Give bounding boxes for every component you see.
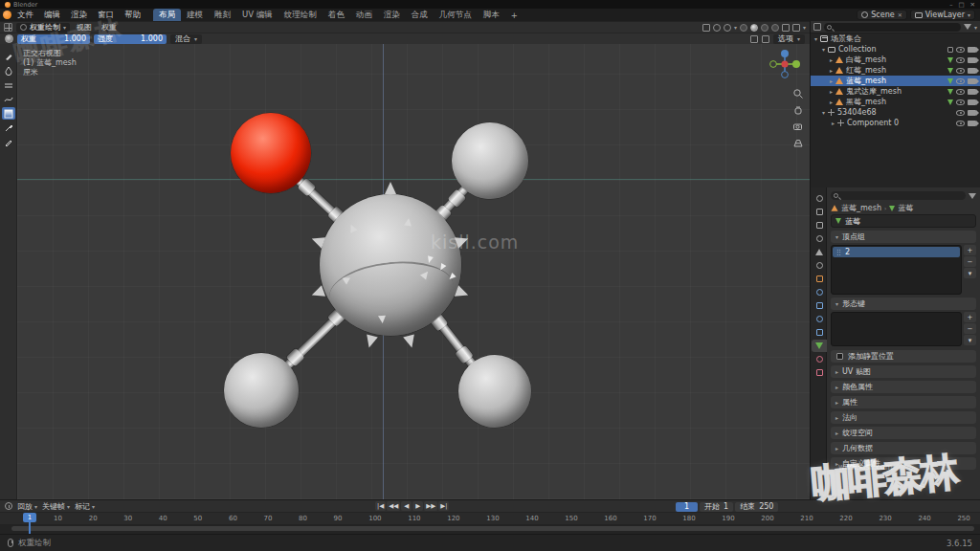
gray-sphere-lower-left[interactable]	[224, 353, 299, 428]
hide-eye-icon[interactable]	[956, 110, 965, 116]
snapping-magnet-icon[interactable]	[713, 24, 721, 32]
menu-window[interactable]: 窗口	[93, 10, 119, 21]
playback-menu[interactable]: 回放 ▾	[17, 501, 37, 512]
red-sphere-mesh[interactable]	[231, 113, 311, 193]
smear-tool-button[interactable]	[2, 93, 15, 105]
outliner-row-hongmei[interactable]: ▸ 红莓_mesh	[811, 65, 980, 76]
keying-menu[interactable]: 关键帧 ▾	[42, 501, 70, 512]
filter-icon[interactable]	[964, 24, 971, 30]
shading-solid-icon[interactable]	[750, 24, 758, 32]
render-tab-icon[interactable]	[812, 206, 827, 218]
shading-material-icon[interactable]	[761, 24, 768, 32]
shading-rendered-icon[interactable]	[771, 24, 779, 32]
tab-layout[interactable]: 布局	[153, 9, 181, 21]
vertex-groups-header[interactable]: ▾ 顶点组	[831, 231, 976, 243]
tool-tab-icon[interactable]	[812, 192, 827, 205]
render-camera-icon[interactable]	[968, 99, 976, 105]
jump-end-button[interactable]: ▶|	[438, 501, 449, 511]
vertex-group-specials-button[interactable]: ▾	[964, 268, 976, 278]
menu-weights[interactable]: 权重	[99, 22, 120, 33]
render-camera-icon[interactable]	[968, 110, 976, 116]
render-camera-icon[interactable]	[968, 68, 976, 74]
expand-caret-icon[interactable]: ▸	[830, 88, 833, 95]
average-tool-button[interactable]	[2, 78, 15, 91]
brush-icon[interactable]	[5, 34, 13, 43]
camera-view-icon[interactable]	[792, 121, 804, 132]
menu-render[interactable]: 渲染	[66, 10, 92, 21]
output-tab-icon[interactable]	[812, 219, 827, 231]
maximize-button[interactable]: □	[958, 1, 964, 9]
blur-tool-button[interactable]	[2, 64, 15, 77]
viewlayer-selector[interactable]: ViewLayer ▾	[910, 10, 975, 20]
outliner-search-input[interactable]	[824, 23, 961, 32]
menu-edit[interactable]: 编辑	[39, 10, 65, 21]
tab-modeling[interactable]: 建模	[181, 9, 209, 21]
shape-key-specials-button[interactable]: ▾	[964, 335, 976, 345]
mesh-name-field[interactable]: 蓝莓	[831, 214, 976, 228]
tab-compositing[interactable]: 合成	[406, 9, 434, 21]
navigation-gizmo[interactable]	[768, 47, 802, 83]
menu-help[interactable]: 帮助	[120, 10, 145, 21]
remove-shape-key-button[interactable]: −	[964, 323, 976, 334]
tab-sculpting[interactable]: 雕刻	[209, 9, 236, 21]
minimize-button[interactable]: –	[949, 1, 952, 9]
tab-texture-paint[interactable]: 纹理绘制	[278, 9, 323, 21]
perspective-toggle-icon[interactable]	[792, 137, 804, 148]
tab-uv-editing[interactable]: UV 编辑	[236, 9, 278, 21]
section-attributes[interactable]: ▸ 属性	[831, 396, 976, 408]
outliner-editor-icon[interactable]	[813, 23, 821, 31]
expand-caret-icon[interactable]: ▾	[822, 109, 825, 116]
play-reverse-button[interactable]: ◀	[401, 501, 412, 511]
render-camera-icon[interactable]	[968, 78, 976, 84]
blender-menu-icon[interactable]	[3, 11, 11, 19]
draw-tool-button[interactable]	[2, 50, 15, 62]
gradient-tool-button[interactable]	[2, 107, 15, 120]
shape-keys-header[interactable]: ▾ 形态键	[831, 298, 976, 310]
texture-tab-icon[interactable]	[812, 366, 827, 379]
properties-search-input[interactable]	[831, 191, 966, 200]
section-custom-properties[interactable]: ▸ 自定义属性	[831, 457, 976, 470]
next-keyframe-button[interactable]: ▶▶	[424, 501, 437, 511]
overlays-toggle-icon[interactable]	[782, 24, 790, 32]
filter-icon[interactable]	[969, 193, 976, 199]
expand-caret-icon[interactable]: ▸	[830, 99, 833, 105]
object-data-tab-icon[interactable]	[812, 340, 827, 352]
modifiers-tab-icon[interactable]	[812, 286, 827, 298]
physics-tab-icon[interactable]	[812, 313, 827, 325]
menu-file[interactable]: 文件	[12, 10, 38, 21]
section-geometry-data[interactable]: ▸ 几何数据	[831, 442, 976, 454]
outliner-row-heimei[interactable]: ▸ 黑莓_mesh	[811, 97, 980, 107]
close-button[interactable]: ✕	[970, 1, 975, 9]
outliner-row-component0[interactable]: ▸ Component 0	[811, 118, 980, 128]
render-camera-icon[interactable]	[968, 89, 976, 95]
section-texture-space[interactable]: ▸ 纹理空间	[831, 427, 976, 439]
symmetry-y-icon[interactable]	[762, 35, 769, 43]
gray-sphere-lower-right[interactable]	[458, 355, 531, 428]
outliner-row-collection[interactable]: ▾ Collection	[811, 44, 980, 55]
horizontal-scrollbar[interactable]	[11, 526, 974, 531]
section-color-attributes[interactable]: ▸ 颜色属性	[831, 381, 976, 393]
prev-keyframe-button[interactable]: ◀◀	[387, 501, 400, 511]
section-normals[interactable]: ▸ 法向	[831, 411, 976, 424]
outliner-row-53404e68[interactable]: ▾ 53404e68	[811, 107, 980, 118]
breadcrumb-data[interactable]: 蓝莓	[898, 203, 913, 213]
render-camera-icon[interactable]	[968, 57, 976, 63]
section-uv-maps[interactable]: ▸ UV 贴图	[831, 365, 976, 378]
add-shape-key-button[interactable]: +	[964, 312, 976, 322]
expand-caret-icon[interactable]: ▸	[832, 120, 835, 126]
hide-eye-icon[interactable]	[956, 78, 965, 84]
expand-caret-icon[interactable]: ▾	[814, 35, 817, 42]
scene-tab-icon[interactable]	[812, 246, 827, 258]
constraints-tab-icon[interactable]	[812, 326, 827, 339]
hide-eye-icon[interactable]	[956, 68, 965, 74]
expand-caret-icon[interactable]: ▸	[830, 77, 833, 84]
hide-eye-icon[interactable]	[956, 121, 965, 126]
remove-vertex-group-button[interactable]: −	[964, 256, 976, 267]
start-frame-field[interactable]: 开始 1	[700, 502, 733, 512]
options-dropdown[interactable]: 选项 ▾	[773, 34, 805, 44]
zoom-icon[interactable]	[792, 88, 804, 99]
editor-type-icon[interactable]	[4, 23, 12, 32]
timeline-editor-icon[interactable]	[5, 502, 12, 510]
tab-scripting[interactable]: 脚本	[478, 9, 505, 21]
collection-checkbox[interactable]	[947, 47, 953, 53]
